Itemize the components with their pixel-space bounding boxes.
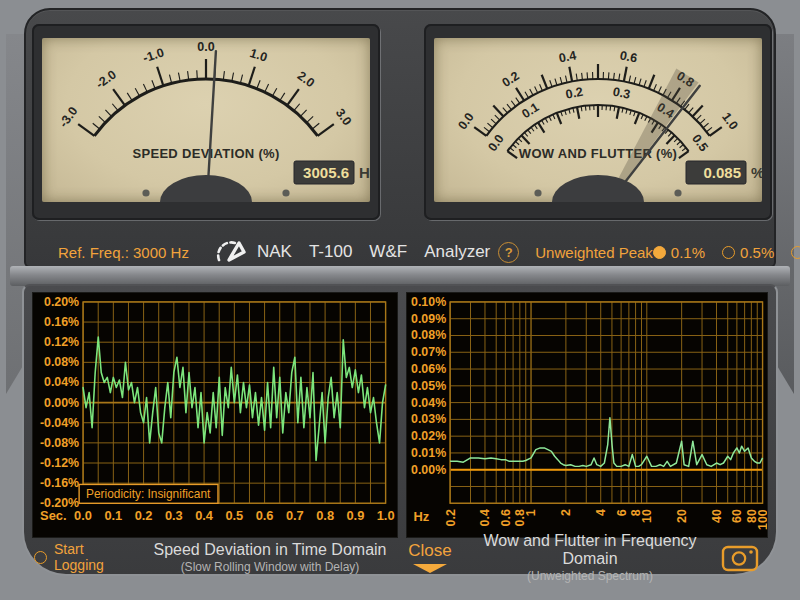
svg-text:10: 10 — [640, 509, 654, 523]
svg-text:0.2: 0.2 — [565, 85, 585, 102]
svg-text:0.05%: 0.05% — [411, 379, 446, 393]
svg-text:0.6: 0.6 — [619, 48, 639, 65]
brand-wf: W&F — [369, 242, 407, 262]
svg-text:0.1: 0.1 — [519, 100, 541, 121]
svg-text:-2.0: -2.0 — [93, 67, 119, 91]
camera-icon[interactable] — [721, 542, 759, 572]
svg-text:0.0: 0.0 — [455, 110, 477, 132]
svg-text:0.06%: 0.06% — [411, 362, 446, 376]
weighting-mode-label: Unweighted Peak — [535, 244, 653, 261]
svg-text:0.09%: 0.09% — [411, 312, 446, 326]
svg-text:0.01%: 0.01% — [411, 446, 446, 460]
svg-text:%: % — [751, 164, 762, 181]
svg-text:0.5: 0.5 — [225, 508, 243, 523]
analyzer-window: -3.0-2.0-1.00.01.02.03.0SPEED DEVIATION … — [0, 0, 800, 600]
frequency-spectrum-chart: 0.10%0.09%0.08%0.07%0.06%0.05%0.04%0.03%… — [407, 293, 767, 537]
help-icon[interactable]: ? — [498, 242, 519, 263]
svg-text:0.00%: 0.00% — [411, 463, 446, 477]
meter-bridge-panel: -3.0-2.0-1.00.01.02.03.0SPEED DEVIATION … — [24, 8, 776, 268]
svg-text:1.0: 1.0 — [719, 110, 741, 132]
footer-bar: StartLogging Speed Deviation in Time Dom… — [34, 540, 766, 574]
svg-text:-1.0: -1.0 — [141, 45, 166, 65]
brand-model: T-100 — [309, 242, 352, 262]
svg-text:1: 1 — [524, 509, 538, 516]
svg-text:0.8: 0.8 — [316, 508, 334, 523]
range-label: 0.5% — [740, 244, 774, 261]
svg-text:40: 40 — [710, 509, 724, 523]
close-label[interactable]: Close — [394, 541, 466, 561]
svg-text:100: 100 — [756, 509, 767, 530]
time-domain-chartbox: 0.20%0.16%0.12%0.08%0.04%0.00%-0.04%-0.0… — [32, 292, 398, 538]
range-option-0.5[interactable]: 0.5% — [722, 244, 774, 261]
svg-text:0.03%: 0.03% — [411, 412, 446, 426]
meter-logo-icon — [215, 239, 247, 265]
range-option-1.0[interactable]: 1.0% — [791, 244, 800, 261]
svg-text:0.0: 0.0 — [485, 132, 507, 154]
svg-text:2: 2 — [559, 509, 573, 516]
svg-text:3005.6: 3005.6 — [303, 164, 349, 181]
svg-text:0.9: 0.9 — [346, 508, 364, 523]
speed-deviation-meter: -3.0-2.0-1.00.01.02.03.0SPEED DEVIATION … — [42, 38, 370, 202]
svg-text:-0.16%: -0.16% — [40, 476, 79, 490]
svg-text:0.0: 0.0 — [74, 508, 92, 523]
periodicity-tooltip: Periodicity: Insignificant — [79, 484, 218, 503]
svg-text:3.0: 3.0 — [333, 106, 355, 128]
radio-icon[interactable] — [722, 246, 735, 259]
svg-text:0.2: 0.2 — [444, 509, 458, 526]
svg-text:0.085: 0.085 — [703, 164, 741, 181]
svg-text:0.4: 0.4 — [478, 509, 492, 526]
svg-text:-0.12%: -0.12% — [40, 456, 79, 470]
logging-label: StartLogging — [54, 541, 104, 573]
wow-flutter-meter-bezel: 0.00.20.40.60.81.00.00.10.20.30.40.5WOW … — [424, 24, 772, 220]
wow-flutter-meter: 0.00.20.40.60.81.00.00.10.20.30.40.5WOW … — [434, 38, 762, 202]
chart-panel: 0.20%0.16%0.12%0.08%0.04%0.00%-0.04%-0.0… — [22, 284, 778, 576]
svg-text:0.20%: 0.20% — [44, 295, 79, 309]
svg-text:60: 60 — [730, 509, 744, 523]
svg-text:Hz: Hz — [359, 164, 370, 181]
chevron-down-icon[interactable] — [413, 564, 447, 573]
range-option-0.1[interactable]: 0.1% — [653, 244, 705, 261]
svg-text:0.04%: 0.04% — [411, 396, 446, 410]
close-button[interactable]: Close — [394, 541, 466, 573]
svg-text:0.07%: 0.07% — [411, 345, 446, 359]
svg-text:2.0: 2.0 — [295, 69, 317, 91]
svg-text:0.6: 0.6 — [499, 509, 513, 526]
svg-text:0.04%: 0.04% — [44, 375, 79, 389]
radio-icon[interactable] — [791, 246, 800, 259]
wow-flutter-meter-face: 0.00.20.40.60.81.00.00.10.20.30.40.5WOW … — [434, 38, 762, 202]
right-chart-subtitle: (Unweighted Spectrum) — [466, 569, 714, 583]
svg-text:0.2: 0.2 — [135, 508, 153, 523]
svg-text:-0.08%: -0.08% — [40, 436, 79, 450]
divider-band — [10, 266, 790, 286]
svg-text:0.4: 0.4 — [558, 48, 578, 65]
svg-text:20: 20 — [675, 509, 689, 523]
svg-text:0.4: 0.4 — [195, 508, 214, 523]
svg-text:0.3: 0.3 — [612, 85, 632, 102]
range-label: 0.1% — [671, 244, 705, 261]
svg-text:0.6: 0.6 — [256, 508, 274, 523]
left-chart-subtitle: (Slow Rolling Window with Delay) — [146, 560, 394, 574]
svg-text:0.2: 0.2 — [500, 69, 522, 90]
svg-text:0.02%: 0.02% — [411, 429, 446, 443]
svg-text:0.5: 0.5 — [689, 132, 711, 154]
svg-text:0.7: 0.7 — [286, 508, 304, 523]
screenshot-button[interactable] — [714, 542, 766, 572]
svg-text:0.00%: 0.00% — [44, 396, 79, 410]
svg-text:0.1: 0.1 — [104, 508, 122, 523]
svg-text:6: 6 — [615, 509, 629, 516]
logging-led-icon[interactable] — [34, 551, 47, 564]
radio-icon[interactable] — [653, 246, 666, 259]
svg-text:Hz: Hz — [413, 509, 429, 524]
svg-text:0.10%: 0.10% — [411, 295, 446, 309]
frequency-domain-chartbox: 0.10%0.09%0.08%0.07%0.06%0.05%0.04%0.03%… — [406, 292, 768, 538]
svg-text:1.0: 1.0 — [377, 508, 395, 523]
left-chart-title: Speed Deviation in Time Domain — [146, 541, 394, 559]
brand-analyzer: Analyzer — [424, 242, 490, 262]
svg-text:-0.04%: -0.04% — [40, 416, 79, 430]
svg-text:4: 4 — [594, 509, 608, 516]
start-logging-button[interactable]: StartLogging — [34, 541, 146, 573]
right-chart-caption: Wow and Flutter in Frequency Domain (Unw… — [466, 532, 714, 583]
svg-text:0.12%: 0.12% — [44, 335, 79, 349]
control-bar: Ref. Freq.: 3000 Hz NAK T-100 W&F Analyz… — [54, 234, 760, 270]
app-title: NAK T-100 W&F Analyzer — [257, 242, 490, 262]
